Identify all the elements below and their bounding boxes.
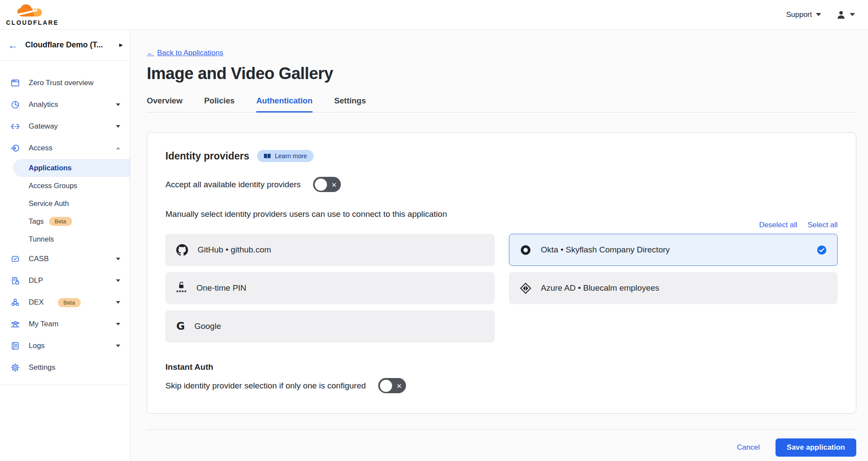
provider-tile-okta[interactable]: Okta • Skyflash Company Directory: [509, 234, 838, 266]
provider-tile-github[interactable]: GitHub • github.com: [165, 234, 495, 266]
learn-more-badge[interactable]: Learn more: [257, 150, 314, 162]
chevron-down-icon[interactable]: [116, 103, 120, 106]
sidebar-item-logs[interactable]: Logs: [0, 335, 130, 357]
accept-all-toggle[interactable]: ✕: [313, 177, 341, 192]
chevron-down-icon[interactable]: [116, 125, 120, 128]
footer-action-bar: Cancel Save application: [147, 438, 856, 461]
page-title: Image and Video Gallery: [147, 64, 856, 83]
user-menu[interactable]: [836, 10, 855, 20]
sidebar-item-tunnels[interactable]: Tunnels: [13, 230, 130, 248]
check-circle-icon: [817, 245, 827, 255]
back-arrow-icon[interactable]: ←: [8, 40, 18, 50]
log-list-icon: [10, 341, 20, 351]
azure-ad-icon: [520, 282, 531, 294]
sidebar-item-analytics[interactable]: Analytics: [0, 94, 130, 116]
chevron-up-icon[interactable]: [116, 147, 120, 149]
sidebar-item-service-auth[interactable]: Service Auth: [13, 195, 130, 212]
sidebar-item-label: CASB: [29, 255, 49, 263]
instant-auth-label: Skip identity provider selection if only…: [165, 381, 366, 391]
provider-label: One-time PIN: [196, 283, 246, 293]
provider-label: Azure AD • Bluecalm employees: [541, 283, 660, 293]
sidebar-account-header: ← Cloudflare Demo (T... ▶: [0, 30, 130, 61]
sidebar-subitem-label: Tunnels: [29, 235, 54, 243]
toggle-off-x-icon: ✕: [331, 181, 337, 188]
chevron-down-icon: [816, 13, 821, 16]
account-name: Cloudflare Demo (T...: [25, 40, 112, 50]
sidebar-subitem-label: Access Groups: [29, 182, 77, 190]
sidebar-item-label: Logs: [29, 342, 45, 350]
provider-tile-azure-ad[interactable]: Azure AD • Bluecalm employees: [509, 272, 838, 304]
cloudflare-cloud-icon: [14, 3, 51, 19]
github-icon: [176, 244, 188, 256]
back-to-applications-link[interactable]: ←Back to Applications: [147, 49, 223, 57]
sidebar-subitem-label: Tags: [29, 217, 44, 226]
sidebar-item-dlp[interactable]: DLP: [0, 270, 130, 292]
sidebar-item-tags[interactable]: Tags Beta: [13, 212, 130, 230]
sidebar-item-gateway[interactable]: Gateway: [0, 116, 130, 137]
cancel-button[interactable]: Cancel: [737, 443, 760, 452]
tab-bar: Overview Policies Authentication Setting…: [147, 96, 856, 113]
sidebar-item-zero-trust-overview[interactable]: Zero Trust overview: [0, 72, 130, 94]
provider-tile-google[interactable]: G Google: [165, 310, 495, 342]
learn-more-label: Learn more: [275, 153, 307, 159]
chevron-down-icon[interactable]: [116, 279, 120, 282]
document-lock-icon: [10, 276, 20, 285]
login-arrow-icon: [10, 143, 20, 153]
back-arrow-icon: ←: [147, 49, 154, 57]
chevron-down-icon[interactable]: [116, 258, 120, 260]
sidebar-item-label: DLP: [29, 276, 43, 285]
one-time-pin-icon: ****: [176, 282, 187, 295]
identity-providers-heading: Identity providers: [165, 150, 249, 162]
sidebar-item-label: My Team: [29, 320, 59, 328]
provider-label: Okta • Skyflash Company Directory: [541, 245, 808, 255]
sidebar-item-label: Zero Trust overview: [29, 79, 93, 87]
instant-auth-toggle[interactable]: ✕: [378, 378, 406, 393]
chevron-down-icon: [850, 13, 855, 16]
pie-chart-icon: [10, 100, 20, 109]
sidebar-item-applications[interactable]: Applications: [13, 159, 130, 177]
sidebar-item-label: Settings: [29, 363, 55, 372]
sidebar-item-dex[interactable]: DEX Beta: [0, 292, 130, 313]
support-label: Support: [786, 10, 812, 19]
sidebar-subitem-label: Service Auth: [29, 199, 69, 208]
chevron-down-icon[interactable]: [116, 323, 120, 325]
top-bar: CLOUDFLARE Support: [0, 0, 868, 30]
sidebar-item-settings[interactable]: Settings: [0, 357, 130, 378]
tab-overview[interactable]: Overview: [147, 96, 182, 112]
sidebar-nav: Zero Trust overview Analytics Gateway: [0, 61, 130, 385]
chevron-down-icon[interactable]: [116, 345, 120, 347]
okta-icon: [520, 244, 531, 256]
cloudflare-logo[interactable]: CLOUDFLARE: [6, 3, 59, 26]
box-check-icon: [10, 254, 20, 264]
tab-authentication[interactable]: Authentication: [256, 96, 313, 112]
tab-settings[interactable]: Settings: [334, 96, 366, 112]
save-application-button[interactable]: Save application: [776, 438, 856, 457]
support-menu[interactable]: Support: [786, 10, 821, 19]
sidebar-item-access[interactable]: Access: [0, 137, 130, 159]
sidebar-item-label: Gateway: [29, 122, 58, 131]
identity-providers-card: Identity providers Learn more Accept all…: [147, 132, 856, 414]
provider-tile-one-time-pin[interactable]: **** One-time PIN: [165, 272, 495, 304]
sidebar-item-my-team[interactable]: My Team: [0, 313, 130, 335]
provider-label: Google: [195, 322, 221, 331]
chevron-down-icon[interactable]: [116, 301, 120, 304]
gateway-icon: [10, 122, 20, 131]
back-link-label: Back to Applications: [157, 49, 223, 57]
sidebar-item-label: DEX: [29, 298, 44, 307]
sidebar-item-casb[interactable]: CASB: [0, 248, 130, 270]
footer-divider: [147, 429, 856, 430]
chevron-right-icon[interactable]: ▶: [119, 42, 123, 48]
tab-policies[interactable]: Policies: [204, 96, 234, 112]
accept-all-label: Accept all available identity providers: [165, 180, 301, 189]
user-icon: [836, 10, 846, 20]
toggle-knob: [315, 179, 327, 191]
sidebar: ← Cloudflare Demo (T... ▶ Zero Trust ove…: [0, 30, 130, 461]
provider-label: GitHub • github.com: [198, 245, 271, 255]
sidebar-item-label: Access: [29, 144, 53, 153]
gear-icon: [10, 363, 20, 372]
select-all-link[interactable]: Select all: [808, 221, 838, 229]
deselect-all-link[interactable]: Deselect all: [759, 221, 797, 229]
manual-select-label: Manually select identity providers users…: [165, 209, 838, 219]
people-icon: [10, 319, 20, 329]
sidebar-item-access-groups[interactable]: Access Groups: [13, 177, 130, 195]
